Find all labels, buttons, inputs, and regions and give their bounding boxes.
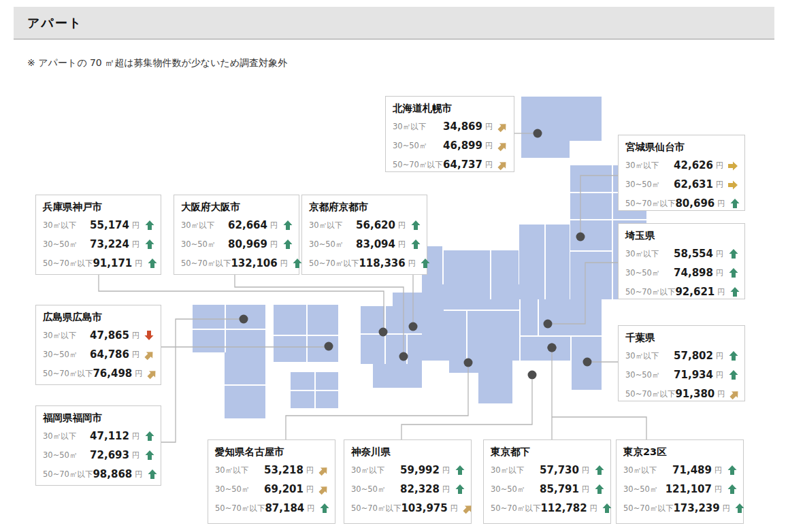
trend-up-icon [729,286,740,298]
map-tile [521,141,570,158]
rent-value: 71,934 [659,369,713,381]
rent-value: 91,380 [675,388,715,400]
rent-row: 30~50㎡ 64,786 円 [36,345,161,364]
size-range-label: 50~70㎡以下 [625,199,675,209]
yen-unit: 円 [716,249,723,259]
region-card-kyoto: 京都府京都市 30㎡以下 56,620 円 30~50㎡ 83,094 円 50… [301,195,427,275]
size-range-label: 30~50㎡ [623,484,657,495]
trend-up-icon [144,220,155,231]
size-range-label: 30~50㎡ [351,484,385,495]
region-card-tokyo-tama: 東京都下 30㎡以下 57,730 円 30~50㎡ 85,791 円 50~7… [483,439,611,524]
region-name: 愛知県名古屋市 [208,440,335,461]
rent-value: 82,328 [385,483,440,495]
size-range-label: 50~70㎡以下 [181,259,231,269]
size-range-label: 30㎡以下 [625,161,659,171]
rent-value: 72,693 [77,449,129,461]
size-range-label: 30㎡以下 [351,465,384,476]
yen-unit: 円 [442,484,450,495]
rent-row: 50~70㎡以下 91,380 円 [619,384,744,403]
rent-value: 55,174 [76,219,129,231]
yen-unit: 円 [716,161,723,171]
trend-right-icon [727,179,739,190]
prefecture-divider [519,335,602,337]
yen-unit: 円 [270,220,278,231]
size-range-label: 30~50㎡ [181,239,215,250]
yen-unit: 円 [716,180,723,190]
trend-down-icon [144,330,155,342]
rent-row: 30㎡以下 56,620 円 [302,216,427,235]
yen-unit: 円 [132,331,139,341]
trend-up-right-icon [459,500,476,516]
region-card-hiroshima: 広島県広島市 30㎡以下 47,865 円 30~50㎡ 64,786 円 50… [35,305,161,385]
rent-value: 47,865 [76,329,129,342]
rent-row: 30~50㎡ 82,328 円 [344,480,471,499]
rent-value: 85,791 [525,483,579,495]
trend-up-right-icon [144,365,161,382]
yen-unit: 円 [132,350,139,360]
trend-up-icon [282,239,293,250]
trend-up-icon [410,220,421,231]
rent-value: 173,239 [673,502,719,514]
size-range-label: 50~70㎡以下 [491,503,540,514]
yen-unit: 円 [582,484,589,495]
rent-value: 47,112 [76,430,129,442]
rent-row: 30~50㎡ 121,107 円 [617,480,743,499]
rent-row: 50~70㎡以下 118,336 円 [302,254,427,273]
rent-value: 62,631 [659,178,713,190]
yen-unit: 円 [306,465,314,476]
trend-up-icon [602,503,613,514]
rent-value: 73,224 [77,238,129,250]
yen-unit: 円 [582,465,589,476]
trend-up-icon [410,239,421,250]
rent-row: 30~50㎡ 69,201 円 [208,480,335,499]
rent-row: 30㎡以下 59,992 円 [344,461,471,480]
yen-unit: 円 [132,450,139,461]
prefecture-divider [490,250,491,299]
region-name: 東京23区 [617,440,743,461]
rent-value: 56,620 [342,219,395,231]
prefecture-divider [406,333,408,364]
trend-up-icon [420,258,431,269]
trend-up-icon [144,431,155,442]
rent-value: 98,868 [93,468,132,480]
rent-value: 87,184 [265,502,304,514]
region-card-chiba: 千葉県 30㎡以下 57,802 円 30~50㎡ 71,934 円 50~70… [618,325,745,401]
rent-row: 30㎡以下 34,869 円 [386,117,514,136]
rent-row: 30~50㎡ 80,969 円 [174,235,299,254]
yen-unit: 円 [715,465,722,476]
rent-row: 50~70㎡以下 98,868 円 [36,465,161,484]
yen-unit: 円 [485,122,493,132]
region-card-nagoya: 愛知県名古屋市 30㎡以下 53,218 円 30~50㎡ 69,201 円 5… [208,439,335,524]
rent-value: 118,336 [359,257,405,269]
rent-value: 57,730 [524,464,579,476]
map-tile [478,373,512,403]
region-name: 大阪府大阪市 [174,195,299,216]
trend-up-icon [318,503,330,514]
section-title-bar: アパート [14,7,774,39]
rent-row: 30㎡以下 62,664 円 [174,216,299,235]
rent-row: 50~70㎡以下 132,106 円 [174,254,299,273]
rent-row: 30㎡以下 57,730 円 [484,461,610,480]
size-range-label: 30㎡以下 [43,220,76,231]
prefecture-divider [570,250,612,252]
rent-value: 34,869 [426,120,482,133]
yen-unit: 円 [132,239,139,250]
prefecture-divider [306,305,308,362]
rent-value: 46,899 [427,139,482,152]
region-name: 福岡県福岡市 [36,406,161,427]
rent-row: 50~70㎡以下 64,737 円 [386,155,514,174]
region-name: 京都府京都市 [302,195,427,216]
prefecture-divider [612,165,613,299]
rent-row: 30㎡以下 55,174 円 [36,216,161,235]
rent-value: 74,898 [659,267,713,279]
yen-unit: 円 [716,351,723,361]
rent-row: 30~50㎡ 85,791 円 [484,480,610,499]
rent-row: 30~50㎡ 74,898 円 [619,263,744,282]
rent-row: 30~50㎡ 62,631 円 [619,175,744,194]
map-tile [449,361,512,373]
size-range-label: 30~50㎡ [625,180,659,190]
rent-value: 42,626 [659,159,713,171]
yen-unit: 円 [398,239,406,250]
rent-row: 30~50㎡ 46,899 円 [386,136,514,155]
trend-up-right-icon [494,137,510,154]
